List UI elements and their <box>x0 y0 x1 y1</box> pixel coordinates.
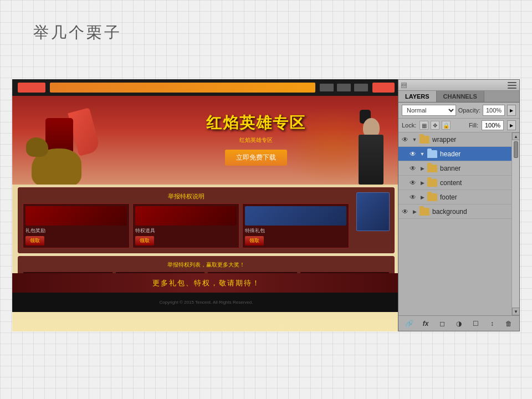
lock-icons: ▦ ✥ 🔒 <box>420 121 451 130</box>
panel-item-1: 礼包奖励 领取 <box>23 203 130 248</box>
item-btn-1[interactable]: 领取 <box>25 236 44 245</box>
hero-cta-button[interactable]: 立即免费下载 <box>225 150 287 166</box>
layer-content[interactable]: 👁 ▶ content <box>398 176 511 190</box>
bottom-copyright-bar: Copyright © 2015 Tencent. All Rights Res… <box>12 293 400 312</box>
layer-content-eye[interactable]: 👁 <box>408 178 417 187</box>
scroll-up-button[interactable]: ▲ <box>512 132 519 140</box>
rewards-panel: 举报特权说明 礼包奖励 领取 特权道具 领取 <box>18 187 395 253</box>
fx-button[interactable]: fx <box>420 318 431 329</box>
fill-label: Fill: <box>469 122 478 129</box>
lock-all-icon[interactable]: 🔒 <box>442 121 451 130</box>
lock-label: Lock: <box>402 122 416 129</box>
adjustment-button[interactable]: ◑ <box>453 318 464 329</box>
game-nav-orange <box>50 83 315 93</box>
item-text-3: 特殊礼包 <box>245 227 346 234</box>
page-title: 举几个栗子 <box>33 22 122 43</box>
layer-footer-name: footer <box>440 193 509 201</box>
warrior-body-2 <box>359 135 383 185</box>
nav-tmall <box>372 83 395 93</box>
item-image-3 <box>245 206 346 226</box>
ps-layers-list: 👁 ▼ wrapper 👁 ▼ header 👁 ▶ banner <box>398 132 511 315</box>
opacity-field[interactable] <box>483 105 505 116</box>
link-layers-button[interactable]: 🔗 <box>403 318 415 329</box>
tab-channels[interactable]: CHANNELS <box>437 91 484 102</box>
item-text-1: 礼包奖励 <box>25 227 127 234</box>
layer-content-expand[interactable]: ▶ <box>419 180 426 186</box>
lock-position-icon[interactable]: ✥ <box>431 121 439 130</box>
content-section: 举报特权说明 礼包奖励 领取 特权道具 领取 <box>12 185 400 312</box>
layer-header-expand[interactable]: ▼ <box>419 151 426 157</box>
hero-section: 红焰英雄专区 红焰英雄专区 立即免费下载 <box>12 96 400 185</box>
layer-background-eye[interactable]: 👁 <box>401 207 410 216</box>
horse-warrior-character <box>21 101 98 185</box>
ps-collapse-button[interactable]: << <box>401 83 407 88</box>
layer-background-name: background <box>432 208 509 216</box>
fill-arrow-button[interactable]: ▶ <box>507 120 516 130</box>
menu-line-2 <box>508 85 516 86</box>
layer-background-expand[interactable]: ▶ <box>411 208 418 215</box>
layer-footer[interactable]: 👁 ▶ footer <box>398 190 511 204</box>
layer-wrapper-name: wrapper <box>432 136 509 144</box>
layer-footer-expand[interactable]: ▶ <box>419 194 426 201</box>
layer-footer-folder-icon <box>427 193 437 201</box>
layer-header-eye[interactable]: 👁 <box>408 150 417 158</box>
footer-banner: 更多礼包、特权，敬请期待！ <box>12 273 400 293</box>
layer-wrapper[interactable]: 👁 ▼ wrapper <box>398 132 511 147</box>
opacity-label: Opacity: <box>458 107 480 114</box>
menu-line-1 <box>508 82 516 83</box>
game-nav <box>12 79 400 96</box>
group-button[interactable]: ☐ <box>470 318 481 329</box>
panel-item-3: 特殊礼包 领取 <box>242 203 349 248</box>
new-layer-button[interactable]: ↕ <box>487 318 498 329</box>
layer-wrapper-eye[interactable]: 👁 <box>401 135 410 144</box>
menu-line-3 <box>508 88 516 89</box>
item-btn-3[interactable]: 领取 <box>245 236 264 245</box>
delete-layer-button[interactable]: 🗑 <box>503 318 514 329</box>
item-btn-2[interactable]: 领取 <box>135 236 154 245</box>
ps-title-buttons: << <box>401 83 407 88</box>
layer-background[interactable]: 👁 ▶ background <box>398 204 511 219</box>
game-nav-links <box>320 84 368 91</box>
layer-banner-expand[interactable]: ▶ <box>419 165 426 172</box>
horse-head <box>26 137 48 157</box>
layer-background-folder-icon <box>420 208 429 216</box>
layer-header-name: header <box>440 150 509 158</box>
layer-header-folder-icon <box>427 150 437 158</box>
reward-image <box>356 192 390 231</box>
panel-grid: 礼包奖励 领取 特权道具 领取 特殊礼包 领取 <box>23 203 349 248</box>
item-text-2: 特权道具 <box>135 227 237 234</box>
layer-banner-folder-icon <box>427 165 437 172</box>
ps-bottom-toolbar: 🔗 fx ◻ ◑ ☐ ↕ 🗑 <box>398 315 519 331</box>
nav-link-1 <box>320 84 334 91</box>
add-mask-button[interactable]: ◻ <box>437 318 448 329</box>
footer-banner-text: 更多礼包、特权，敬请期待！ <box>152 278 260 288</box>
item-image-2 <box>135 206 237 226</box>
layer-banner-eye[interactable]: 👁 <box>408 164 417 173</box>
ps-scrollbar[interactable]: ▲ ▼ <box>511 132 519 315</box>
special-title: 举报特权列表，赢取更多大奖！ <box>23 261 390 269</box>
opacity-arrow-button[interactable]: ▶ <box>507 105 516 116</box>
layer-header[interactable]: 👁 ▼ header <box>398 147 511 161</box>
layer-banner[interactable]: 👁 ▶ banner <box>398 161 511 176</box>
lock-pixels-icon[interactable]: ▦ <box>420 121 428 130</box>
photoshop-panel: << LAYERS CHANNELS Normal Multiply Scree… <box>398 79 520 331</box>
ps-panel-menu-icon[interactable] <box>508 82 516 89</box>
layer-content-name: content <box>440 179 509 187</box>
ps-layers-container: 👁 ▼ wrapper 👁 ▼ header 👁 ▶ banner <box>398 132 519 315</box>
blend-mode-select[interactable]: Normal Multiply Screen <box>402 105 456 116</box>
panel-item-2: 特权道具 领取 <box>132 203 239 248</box>
layer-content-folder-icon <box>427 179 437 187</box>
panel-title-1: 举报特权说明 <box>23 192 349 201</box>
layer-wrapper-folder-icon <box>420 136 429 144</box>
scroll-down-button[interactable]: ▼ <box>512 308 519 315</box>
scrollbar-thumb[interactable] <box>514 141 518 158</box>
layer-wrapper-expand[interactable]: ▼ <box>411 136 418 143</box>
layer-banner-name: banner <box>440 165 509 172</box>
ps-lock-row: Lock: ▦ ✥ 🔒 Fill: ▶ <box>398 119 519 132</box>
nav-link-3 <box>354 84 368 91</box>
fill-field[interactable] <box>482 120 504 130</box>
layer-footer-eye[interactable]: 👁 <box>408 193 417 202</box>
ps-titlebar: << <box>398 80 519 91</box>
tab-layers[interactable]: LAYERS <box>398 91 437 102</box>
ps-blend-row: Normal Multiply Screen Opacity: ▶ <box>398 103 519 119</box>
